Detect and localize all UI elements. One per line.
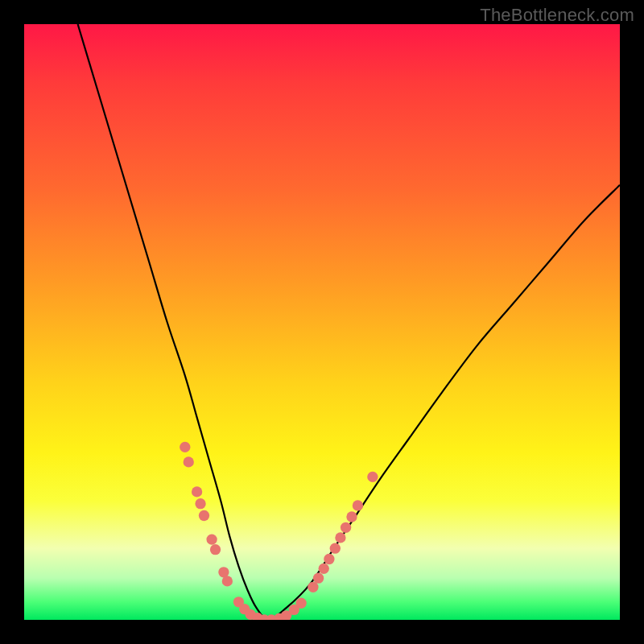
sample-point	[233, 597, 244, 607]
chart-frame: TheBottleneck.com	[0, 0, 644, 644]
sample-point	[281, 610, 291, 620]
sample-point	[195, 498, 205, 509]
sample-point	[218, 567, 229, 577]
sample-point	[335, 532, 345, 543]
sample-point	[252, 613, 262, 620]
sample-point	[266, 614, 276, 620]
sample-point	[313, 573, 324, 584]
plot-area	[24, 24, 620, 620]
bottleneck-curve	[78, 24, 620, 620]
sample-point	[353, 500, 363, 510]
curve-svg	[24, 24, 620, 620]
sample-point	[308, 582, 318, 592]
sample-point	[319, 564, 329, 574]
sample-point	[192, 486, 202, 497]
watermark-text: TheBottleneck.com	[480, 5, 634, 26]
sample-markers	[180, 442, 378, 620]
sample-point	[246, 609, 256, 620]
sample-point	[239, 604, 250, 614]
sample-point	[341, 522, 351, 533]
sample-point	[289, 605, 299, 615]
sample-point	[324, 554, 334, 564]
sample-point	[367, 472, 378, 482]
sample-point	[259, 614, 270, 620]
sample-point	[210, 544, 221, 555]
sample-point	[206, 534, 217, 544]
sample-point	[199, 510, 209, 521]
sample-point	[222, 576, 233, 586]
sample-point	[274, 613, 284, 620]
sample-point	[346, 511, 357, 522]
sample-point	[295, 598, 306, 609]
sample-point	[180, 442, 190, 452]
sample-point	[330, 543, 341, 554]
sample-point	[184, 456, 194, 467]
